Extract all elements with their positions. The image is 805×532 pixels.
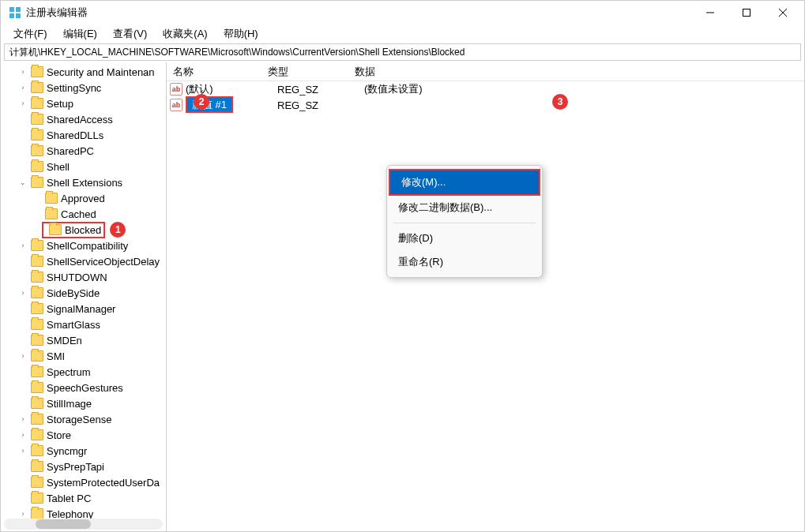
chevron-down-icon[interactable]: ⌄	[18, 178, 28, 187]
folder-icon	[31, 477, 43, 488]
context-menu-modify[interactable]: 修改(M)...	[389, 169, 540, 196]
tree-item-label: SysPrepTapi	[47, 461, 104, 473]
column-name[interactable]: 名称	[167, 62, 261, 81]
tree-item[interactable]: SmartGlass	[1, 317, 166, 332]
tree-item[interactable]: ⌄Shell Extensions	[1, 174, 166, 190]
tree-item[interactable]: SysPrepTapi	[1, 459, 166, 474]
folder-icon	[31, 398, 43, 409]
context-menu-rename[interactable]: 重命名(R)	[387, 250, 542, 274]
tree-item[interactable]: SHUTDOWN	[1, 269, 166, 285]
folder-icon	[31, 461, 43, 472]
scrollbar-thumb[interactable]	[36, 519, 91, 529]
tree-item-label: Shell	[47, 161, 70, 173]
chevron-none	[18, 383, 28, 392]
folder-icon	[31, 161, 43, 172]
tree-item[interactable]: ShellServiceObjectDelay	[1, 253, 166, 269]
maximize-button[interactable]	[728, 1, 765, 24]
chevron-right-icon[interactable]: ›	[18, 83, 28, 92]
chevron-none	[18, 462, 28, 471]
tree-item-label: StorageSense	[47, 414, 111, 425]
folder-icon	[31, 445, 43, 456]
folder-icon	[45, 193, 58, 204]
tree-item[interactable]: SpeechGestures	[1, 380, 166, 395]
folder-icon	[31, 366, 43, 377]
chevron-none	[18, 335, 28, 345]
tree-item[interactable]: ›Store	[1, 427, 166, 443]
column-type[interactable]: 类型	[261, 62, 348, 81]
string-value-icon: ab	[170, 99, 182, 111]
annotation-badge-3: 3	[552, 94, 568, 110]
minimize-button[interactable]	[692, 1, 728, 24]
tree-item[interactable]: ›SettingSync	[1, 80, 166, 96]
chevron-right-icon[interactable]: ›	[18, 446, 28, 455]
chevron-right-icon[interactable]: ›	[18, 241, 28, 250]
address-bar[interactable]: 计算机\HKEY_LOCAL_MACHINE\SOFTWARE\Microsof…	[4, 43, 801, 61]
tree-item[interactable]: ›ShellCompatibility	[1, 238, 166, 253]
menu-help[interactable]: 帮助(H)	[216, 25, 266, 43]
tree-item[interactable]: Approved	[1, 190, 166, 206]
tree-item[interactable]: SharedAccess	[1, 111, 166, 127]
tree-item[interactable]: ›SideBySide	[1, 285, 166, 301]
main-area: ›Security and Maintenan›SettingSync›Setu…	[1, 62, 804, 531]
tree-item[interactable]: Blocked1	[1, 222, 166, 238]
chevron-none	[18, 114, 28, 124]
column-data[interactable]: 数据	[348, 62, 804, 81]
chevron-none	[18, 399, 28, 408]
tree-item[interactable]: ›Security and Maintenan	[1, 64, 166, 80]
context-menu-delete[interactable]: 删除(D)	[387, 227, 542, 250]
chevron-right-icon[interactable]: ›	[18, 99, 28, 108]
tree-item-label: Cached	[61, 208, 96, 220]
menu-file[interactable]: 文件(F)	[6, 25, 55, 43]
tree-item[interactable]: ›SMI	[1, 348, 166, 364]
registry-tree[interactable]: ›Security and Maintenan›SettingSync›Setu…	[1, 62, 166, 522]
context-menu: 修改(M)... 修改二进制数据(B)... 删除(D) 重命名(R)	[386, 165, 543, 278]
tree-item-label: ShellCompatibility	[47, 240, 128, 252]
title-bar: 注册表编辑器	[1, 1, 804, 24]
tree-horizontal-scrollbar[interactable]	[4, 519, 163, 530]
tree-panel: ›Security and Maintenan›SettingSync›Setu…	[1, 62, 167, 531]
string-value-icon: ab	[170, 83, 182, 96]
chevron-none	[18, 478, 28, 487]
chevron-right-icon[interactable]: ›	[18, 67, 28, 77]
annotation-badge-2: 2	[194, 94, 209, 110]
chevron-right-icon[interactable]: ›	[18, 351, 28, 361]
svg-rect-3	[16, 13, 21, 18]
tree-item[interactable]: Spectrum	[1, 364, 166, 380]
values-list[interactable]: ab(默认)REG_SZ(数值未设置)ab新值 #1REG_SZ	[167, 81, 804, 113]
tree-item[interactable]: ›Setup	[1, 96, 166, 111]
tree-item-label: StillImage	[47, 398, 92, 410]
menu-edit[interactable]: 编辑(E)	[55, 25, 105, 43]
value-row[interactable]: ab(默认)REG_SZ(数值未设置)	[167, 81, 804, 97]
chevron-none	[32, 193, 42, 203]
tree-item[interactable]: Tablet PC	[1, 490, 166, 506]
chevron-none	[32, 225, 42, 234]
tree-item-label: Setup	[47, 98, 73, 110]
tree-item-label: SHUTDOWN	[47, 272, 107, 283]
folder-icon	[31, 177, 43, 188]
tree-item[interactable]: StillImage	[1, 395, 166, 411]
close-button[interactable]	[765, 1, 801, 24]
tree-item[interactable]: ›StorageSense	[1, 411, 166, 427]
folder-icon	[49, 224, 62, 235]
tree-item[interactable]: SignalManager	[1, 301, 166, 317]
tree-item-label: Shell Extensions	[47, 177, 122, 189]
chevron-right-icon[interactable]: ›	[18, 288, 28, 298]
menu-favorites[interactable]: 收藏夹(A)	[155, 25, 215, 43]
tree-item[interactable]: SMDEn	[1, 332, 166, 348]
tree-item[interactable]: SharedPC	[1, 143, 166, 159]
value-type: REG_SZ	[277, 99, 364, 111]
menu-view[interactable]: 查看(V)	[105, 25, 155, 43]
context-menu-modify-binary[interactable]: 修改二进制数据(B)...	[387, 196, 542, 219]
chevron-right-icon[interactable]: ›	[18, 414, 28, 424]
tree-item[interactable]: ›Syncmgr	[1, 443, 166, 459]
value-row[interactable]: ab新值 #1REG_SZ	[167, 97, 804, 113]
tree-item[interactable]: Cached	[1, 206, 166, 222]
tree-item[interactable]: SystemProtectedUserDa	[1, 474, 166, 490]
annotation-badge-1: 1	[110, 222, 126, 238]
chevron-none	[18, 493, 28, 503]
tree-item[interactable]: SharedDLLs	[1, 127, 166, 143]
tree-item[interactable]: Shell	[1, 159, 166, 174]
chevron-right-icon[interactable]: ›	[18, 430, 28, 440]
chevron-right-icon[interactable]: ›	[18, 509, 28, 519]
folder-icon	[45, 208, 58, 219]
